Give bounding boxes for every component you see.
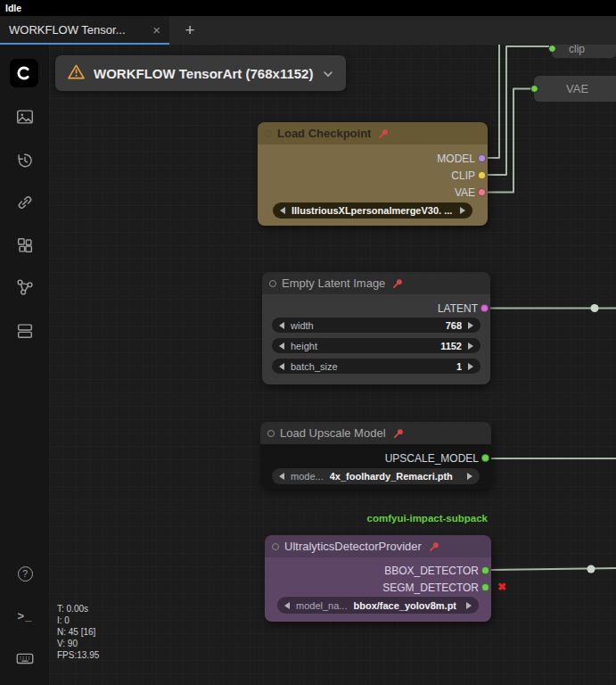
- bbox-detector-slot-dot[interactable]: [481, 566, 489, 574]
- widget-label: model_na...: [296, 600, 347, 611]
- history-icon: [15, 151, 35, 170]
- pin-icon: [379, 128, 389, 138]
- stat-time: T: 0.00s: [57, 603, 99, 615]
- workflow-menu-button[interactable]: WORKFLOW TensorArt (768x1152): [55, 55, 346, 91]
- error-x-icon: ✖: [497, 581, 506, 593]
- slot-label: UPSCALE_MODEL: [385, 452, 479, 465]
- output-slot-clip[interactable]: CLIP: [258, 167, 488, 184]
- help-icon: ?: [18, 566, 33, 582]
- comfyui-logo-icon: [15, 64, 33, 82]
- combo-prev-icon[interactable]: [280, 207, 285, 214]
- upscale-model-slot-dot[interactable]: [481, 454, 489, 462]
- sidebar-item-node-library[interactable]: [14, 192, 36, 213]
- stepper-increase-icon[interactable]: [468, 363, 473, 370]
- comfyui-logo[interactable]: [10, 59, 38, 87]
- sidebar-item-shortcuts[interactable]: [14, 648, 36, 669]
- widget-value: bbox/face_yolov8m.pt: [353, 600, 456, 611]
- node-body: MODEL CLIP VAE IllustriousXLpersonalmerg…: [258, 144, 488, 226]
- node-body: BBOX_DETECTOR SEGM_DETECTOR ✖ model_na..…: [265, 557, 491, 622]
- tab-close-icon[interactable]: ×: [152, 23, 160, 37]
- height-widget[interactable]: height 1152: [272, 338, 480, 353]
- warning-icon: [68, 64, 85, 83]
- layers-icon: [15, 321, 35, 341]
- stat-iterations: I: 0: [57, 615, 99, 626]
- status-text: Idle: [5, 3, 21, 13]
- new-tab-button[interactable]: +: [177, 16, 203, 45]
- sidebar-item-node-map[interactable]: [14, 276, 36, 298]
- detector-model-name-widget[interactable]: model_na... bbox/face_yolov8m.pt: [277, 597, 479, 614]
- widget-label: batch_size: [291, 361, 338, 372]
- clip-input-slot-dot[interactable]: [548, 45, 556, 53]
- combo-next-icon[interactable]: [466, 602, 472, 609]
- sidebar-item-model-library[interactable]: [14, 235, 36, 256]
- segm-detector-slot-dot[interactable]: [481, 583, 489, 591]
- combo-prev-icon[interactable]: [284, 602, 290, 609]
- node-title: Empty Latent Image: [282, 276, 385, 290]
- graph-icon: [15, 277, 35, 297]
- node-header[interactable]: Load Upscale Model: [260, 422, 491, 444]
- node-empty-latent-image[interactable]: Empty Latent Image LATENT width 768 heig…: [262, 272, 490, 384]
- upscale-model-name-widget[interactable]: mode... 4x_foolhardy_Remacri.pth: [272, 468, 480, 484]
- stepper-decrease-icon[interactable]: [279, 322, 284, 329]
- pin-icon: [394, 428, 404, 438]
- stepper-increase-icon[interactable]: [468, 322, 473, 329]
- node-body: LATENT width 768 height 1152 batch_size …: [262, 294, 490, 384]
- widget-value: 1: [456, 361, 462, 372]
- node-vae-partial[interactable]: VAE: [534, 76, 616, 102]
- node-title: Load Checkpoint: [277, 127, 371, 140]
- node-header[interactable]: Empty Latent Image: [262, 272, 490, 294]
- slot-label: LATENT: [438, 302, 478, 315]
- batch-size-widget[interactable]: batch_size 1: [272, 359, 480, 374]
- width-widget[interactable]: width 768: [272, 318, 480, 333]
- collapse-dot[interactable]: [269, 280, 276, 287]
- vae-input-slot-dot[interactable]: [530, 85, 538, 93]
- slot-label: CLIP: [451, 169, 475, 182]
- sidebar-item-history[interactable]: [14, 150, 36, 171]
- workflow-title: WORKFLOW TensorArt (768x1152): [94, 66, 314, 81]
- sidebar-item-workflows[interactable]: [14, 320, 36, 342]
- sidebar: ? >_: [0, 45, 49, 685]
- pin-icon: [430, 541, 439, 551]
- combo-next-icon[interactable]: [460, 207, 465, 214]
- sidebar-item-terminal[interactable]: >_: [14, 605, 36, 626]
- stepper-increase-icon[interactable]: [468, 342, 473, 350]
- combo-value: IllustriousXLpersonalmergeV30. ...: [292, 205, 454, 216]
- node-load-checkpoint[interactable]: Load Checkpoint MODEL CLIP VAE Illustrio…: [258, 122, 488, 226]
- slot-label: BBOX_DETECTOR: [384, 565, 479, 577]
- node-header[interactable]: UltralyticsDetectorProvider: [265, 535, 491, 557]
- collapse-dot[interactable]: [272, 543, 279, 550]
- vae-slot-dot[interactable]: [478, 188, 486, 196]
- output-slot-latent[interactable]: LATENT: [262, 300, 490, 317]
- slot-label: SEGM_DETECTOR: [382, 582, 479, 594]
- output-slot-upscale-model[interactable]: UPSCALE_MODEL: [260, 450, 491, 466]
- widget-value: 4x_foolhardy_Remacri.pth: [330, 471, 453, 482]
- sidebar-item-help[interactable]: ?: [14, 563, 36, 584]
- checkpoint-name-widget[interactable]: IllustriousXLpersonalmergeV30. ...: [273, 202, 472, 219]
- combo-next-icon[interactable]: [467, 473, 472, 480]
- output-slot-bbox-detector[interactable]: BBOX_DETECTOR: [265, 562, 491, 579]
- stepper-decrease-icon[interactable]: [279, 363, 284, 370]
- workflow-tab-bar: WORKFLOW Tensor... × +: [0, 16, 616, 45]
- stepper-decrease-icon[interactable]: [279, 342, 284, 350]
- combo-prev-icon[interactable]: [279, 473, 284, 480]
- node-ultralytics-detector-provider[interactable]: UltralyticsDetectorProvider BBOX_DETECTO…: [265, 535, 491, 622]
- output-slot-model[interactable]: MODEL: [258, 150, 488, 167]
- output-slot-segm-detector[interactable]: SEGM_DETECTOR ✖: [265, 579, 491, 596]
- node-header[interactable]: Load Checkpoint: [258, 122, 488, 144]
- widget-value: 768: [446, 320, 462, 331]
- sidebar-item-queue[interactable]: [14, 106, 36, 128]
- collapse-dot[interactable]: [267, 430, 275, 437]
- perf-stats: T: 0.00s I: 0 N: 45 [16] V: 90 FPS:13.95: [57, 603, 99, 661]
- output-slot-vae[interactable]: VAE: [258, 184, 488, 201]
- node-title: UltralyticsDetectorProvider: [284, 540, 422, 553]
- clip-slot-dot[interactable]: [478, 171, 486, 179]
- latent-slot-dot[interactable]: [480, 304, 489, 312]
- node-pack-badge: comfyui-impact-subpack: [265, 513, 488, 524]
- status-bar: Idle: [0, 0, 616, 16]
- node-load-upscale-model[interactable]: Load Upscale Model UPSCALE_MODEL mode...…: [260, 422, 491, 489]
- model-slot-dot[interactable]: [478, 154, 486, 162]
- tab-workflow[interactable]: WORKFLOW Tensor... ×: [0, 16, 169, 45]
- slot-label: MODEL: [437, 153, 475, 165]
- widget-label: height: [291, 341, 317, 351]
- collapse-dot[interactable]: [265, 130, 272, 137]
